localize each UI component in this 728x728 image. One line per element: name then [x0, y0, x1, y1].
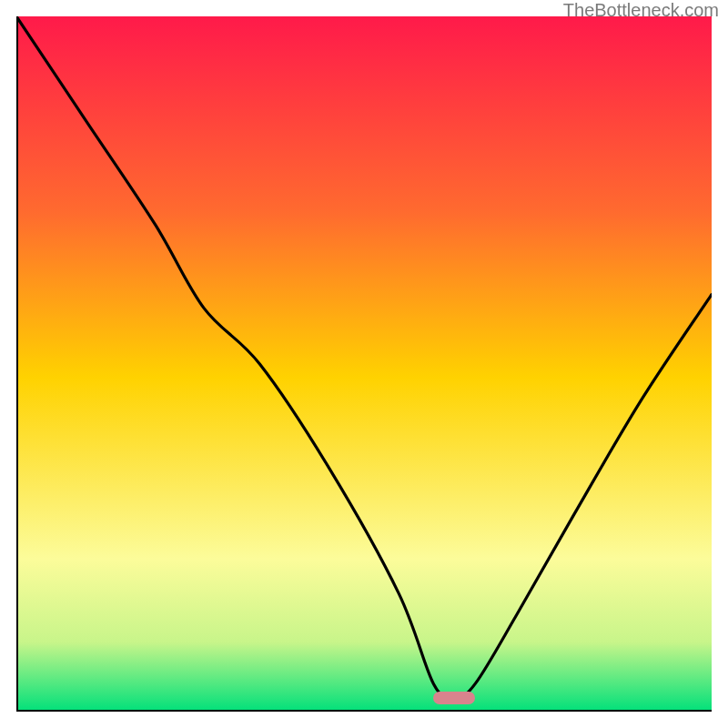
chart-canvas: TheBottleneck.com	[0, 0, 728, 728]
x-axis	[16, 710, 712, 712]
watermark-text: TheBottleneck.com	[563, 0, 719, 21]
bottleneck-curve	[16, 16, 712, 712]
optimum-marker	[433, 692, 475, 704]
y-axis	[16, 16, 18, 712]
